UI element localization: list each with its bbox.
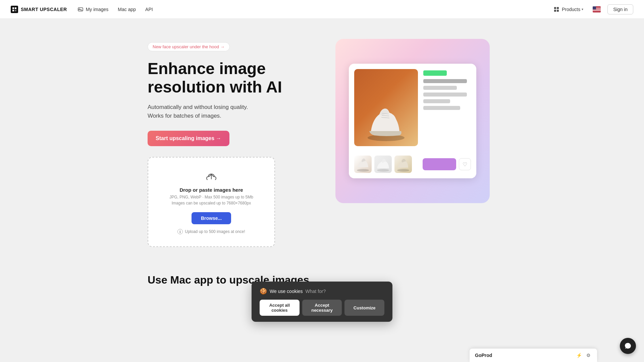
hero-left: New face upscaler under the hood → Enhan… <box>148 39 315 247</box>
svg-rect-6 <box>554 7 556 9</box>
goprod-title: GoProd <box>475 353 492 358</box>
logo-text: SMART UPSCALER <box>21 7 67 12</box>
product-details <box>423 69 471 146</box>
nav-right: Products ▾ Sign in <box>551 4 633 14</box>
detail-bar-2 <box>423 86 457 90</box>
green-status-bar <box>423 70 447 76</box>
goprod-actions: ⚡ ⚙ <box>576 352 592 359</box>
logo[interactable]: SMART UPSCALER <box>11 6 67 13</box>
products-label: Products <box>562 7 580 12</box>
cookie-what-for: What for? <box>306 289 326 294</box>
new-feature-badge[interactable]: New face upscaler under the hood → <box>148 42 230 51</box>
chat-widget[interactable] <box>620 338 636 354</box>
nav-mac-app[interactable]: Mac app <box>118 7 136 12</box>
thumbnail-3[interactable] <box>394 156 412 173</box>
svg-rect-8 <box>554 10 556 12</box>
goprod-lightning-icon[interactable]: ⚡ <box>576 352 582 359</box>
upload-area: Drop or paste images here JPG, PNG, WebP… <box>148 157 275 247</box>
thumbnail-1[interactable] <box>354 156 372 173</box>
cookie-banner: 🍪 We use cookies What for? Accept all co… <box>252 282 392 322</box>
product-illustration: ♡ <box>335 39 490 203</box>
detail-bar-4 <box>423 99 450 103</box>
hero-section: New face upscaler under the hood → Enhan… <box>121 19 523 260</box>
browse-button[interactable]: Browse... <box>192 212 231 224</box>
upload-title: Drop or paste images here <box>156 187 266 193</box>
hero-subtitle: Automatically and without losing quality… <box>148 103 315 120</box>
hero-title: Enhance image resolution with AI <box>148 59 315 96</box>
product-thumbnails <box>354 156 412 173</box>
detail-bar-3 <box>423 93 467 97</box>
language-flag[interactable] <box>593 6 601 12</box>
upload-info-2: Images can be upscaled up to 7680×7680px <box>156 201 266 205</box>
badge-text: New face upscaler under the hood → <box>153 44 225 49</box>
product-card-bottom: ♡ <box>349 152 476 178</box>
detail-bar-5 <box>423 106 460 110</box>
upload-limit: ℹ Upload up to 500 images at once! <box>156 229 266 234</box>
svg-rect-2 <box>12 10 14 11</box>
product-actions: ♡ <box>423 158 471 170</box>
wishlist-button[interactable]: ♡ <box>459 158 471 170</box>
accept-necessary-button[interactable]: Accept necessary <box>302 300 342 316</box>
accept-all-cookies-button[interactable]: Accept all cookies <box>260 300 300 316</box>
hero-right: ♡ <box>329 39 496 203</box>
upload-icon <box>205 170 218 183</box>
detail-bar-1 <box>423 79 467 83</box>
svg-rect-9 <box>557 10 559 12</box>
nav-api[interactable]: API <box>145 7 153 12</box>
svg-rect-1 <box>15 7 16 9</box>
start-upscaling-button[interactable]: Start upscaling images → <box>148 131 229 146</box>
svg-point-16 <box>397 169 409 172</box>
svg-point-14 <box>357 169 369 172</box>
product-card: ♡ <box>349 64 476 178</box>
buy-button[interactable] <box>423 158 456 170</box>
nav-links: My images Mac app API <box>78 7 551 12</box>
thumbnail-2[interactable] <box>374 156 392 173</box>
product-image-main <box>354 69 418 146</box>
signin-button[interactable]: Sign in <box>607 4 633 14</box>
goprod-bar: GoProd ⚡ ⚙ <box>470 349 597 362</box>
heart-icon: ♡ <box>463 161 467 168</box>
customize-cookies-button[interactable]: Customize <box>344 300 384 316</box>
logo-icon <box>11 6 18 13</box>
cookie-icon: 🍪 <box>260 288 267 295</box>
cookie-message: We use cookies <box>270 289 303 294</box>
svg-point-15 <box>377 169 389 172</box>
svg-rect-0 <box>12 7 14 9</box>
page-wrapper: New face upscaler under the hood → Enhan… <box>0 0 644 300</box>
cookie-buttons: Accept all cookies Accept necessary Cust… <box>260 300 384 316</box>
goprod-settings-icon[interactable]: ⚙ <box>585 352 592 359</box>
products-button[interactable]: Products ▾ <box>551 5 586 13</box>
navbar: SMART UPSCALER My images Mac app API Pro… <box>0 0 644 19</box>
svg-rect-7 <box>557 7 559 9</box>
upload-info-1: JPG, PNG, WebP · Max 500 images up to 5M… <box>156 195 266 199</box>
cookie-header: 🍪 We use cookies What for? <box>260 288 384 295</box>
chevron-down-icon: ▾ <box>582 7 583 11</box>
info-icon: ℹ <box>177 229 183 234</box>
nav-my-images[interactable]: My images <box>78 7 109 12</box>
svg-rect-3 <box>15 10 16 11</box>
product-card-top <box>349 64 476 152</box>
